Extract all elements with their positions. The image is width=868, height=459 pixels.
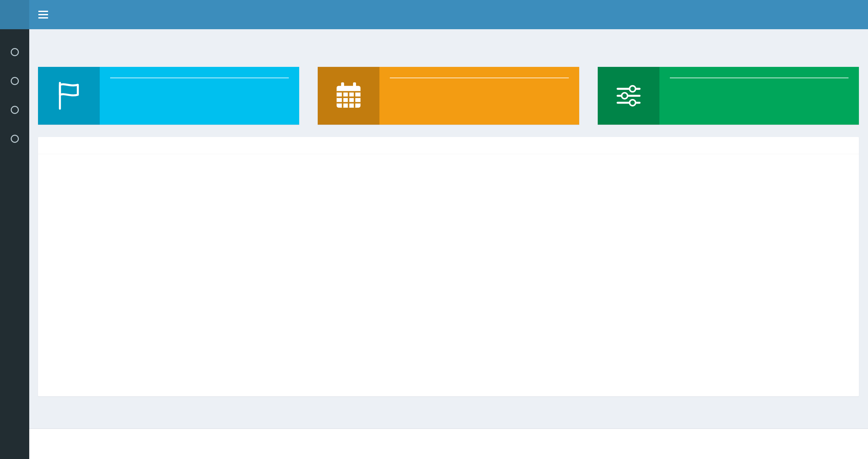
line-chart [49, 183, 556, 391]
sidebar-item-2[interactable] [0, 67, 29, 95]
page-header [29, 29, 868, 57]
info-box-text [659, 67, 859, 125]
panel-title [38, 137, 859, 154]
logout-link[interactable] [841, 0, 868, 29]
sidebar-item-4[interactable] [0, 124, 29, 153]
info-box-triggers [318, 67, 579, 125]
circle-icon [11, 106, 19, 114]
flag-icon [38, 67, 100, 125]
calendar-icon [318, 67, 379, 125]
panel-body [38, 154, 859, 396]
divider [110, 77, 289, 78]
line-chart-legend [49, 159, 556, 165]
pie-chart [556, 170, 848, 372]
info-box-executors [598, 67, 859, 125]
divider [670, 77, 848, 78]
info-box-row [38, 67, 859, 125]
info-box-jobs [38, 67, 299, 125]
top-navbar [0, 0, 868, 29]
content-area [29, 29, 868, 428]
pie-chart-header [556, 159, 848, 170]
info-box-text [379, 67, 579, 125]
circle-icon [11, 77, 19, 85]
info-box-text [100, 67, 299, 125]
sidebar-item-1[interactable] [0, 38, 29, 67]
navbar-spacer [57, 0, 841, 29]
pie-chart-area [556, 159, 848, 391]
line-chart-area [49, 159, 556, 391]
sliders-icon [598, 67, 659, 125]
hamburger-icon [38, 11, 48, 19]
line-chart-header [49, 159, 556, 183]
report-panel [38, 137, 859, 396]
app-logo[interactable] [0, 0, 29, 29]
sidebar-toggle-button[interactable] [29, 0, 57, 29]
circle-icon [11, 48, 19, 56]
sidebar-item-3[interactable] [0, 95, 29, 124]
circle-icon [11, 135, 19, 143]
sidebar [0, 29, 29, 459]
footer [29, 428, 868, 459]
divider [390, 77, 568, 78]
